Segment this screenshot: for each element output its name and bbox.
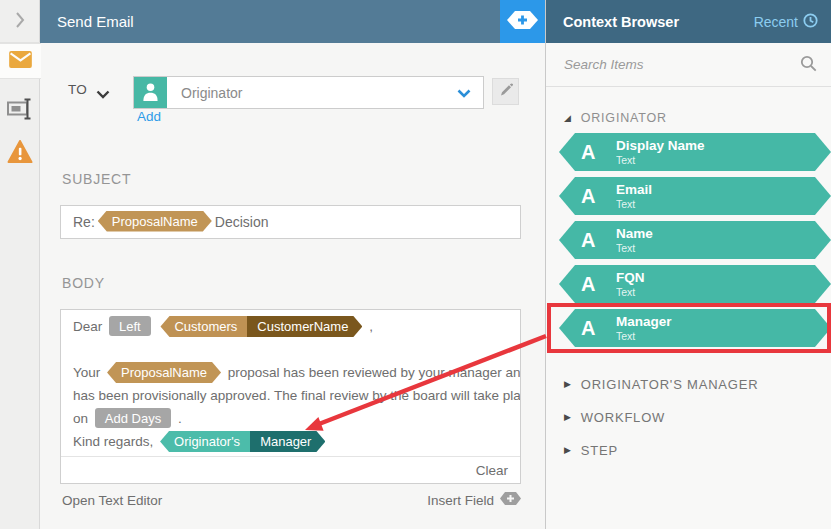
text-type-icon: A	[581, 273, 603, 296]
body-line-5: Kind regards, Originator'sManager	[73, 430, 508, 453]
collapsed-triangle-icon: ▶	[564, 446, 572, 455]
pencil-icon	[499, 83, 513, 100]
body-footer: Clear	[61, 456, 520, 483]
recipient-value: Originator	[167, 85, 457, 101]
tab-text-fields[interactable]	[0, 92, 40, 128]
body-line-2: Your ProposalName proposal has been revi…	[73, 361, 508, 384]
tree-item-fqn[interactable]: A FQNText	[559, 265, 831, 303]
recipient-avatar	[134, 77, 167, 108]
search-icon	[800, 55, 817, 75]
subject-suffix: Decision	[215, 214, 269, 230]
body-blank-line	[73, 338, 508, 361]
open-text-editor-link[interactable]: Open Text Editor	[62, 493, 162, 508]
customer-name-token[interactable]: CustomersCustomerName	[160, 316, 362, 337]
proposal-name-token[interactable]: ProposalName	[98, 211, 212, 232]
text-type-icon: A	[581, 185, 603, 208]
edit-recipient-button[interactable]	[492, 78, 519, 105]
tree-section-originator[interactable]: ◢ ORIGINATOR	[564, 111, 667, 125]
context-browser-toggle-button[interactable]	[500, 0, 545, 43]
left-function-token[interactable]: Left	[109, 316, 151, 336]
clock-icon	[803, 13, 818, 31]
tree-section-step[interactable]: ▶ STEP	[564, 443, 618, 458]
wizard-header: Send Email	[40, 0, 500, 43]
hexagon-plus-icon	[507, 11, 538, 32]
collapsed-triangle-icon: ▶	[564, 380, 572, 389]
add-days-function-token[interactable]: Add Days	[95, 408, 171, 428]
person-icon	[142, 82, 159, 104]
body-line-4: on Add Days .	[73, 407, 508, 430]
recipient-combobox[interactable]: Originator	[133, 76, 484, 109]
text-type-icon: A	[581, 141, 603, 164]
tree-item-display-name[interactable]: A Display NameText	[559, 133, 831, 171]
to-dropdown-chevron-icon[interactable]	[96, 86, 110, 102]
subject-field[interactable]: Re: ProposalName Decision	[60, 205, 521, 239]
body-content: Dear Left CustomersCustomerName , Your P…	[61, 310, 520, 453]
tree-item-manager[interactable]: A ManagerText	[559, 309, 831, 347]
expanded-triangle-icon: ◢	[564, 114, 572, 123]
originators-manager-token[interactable]: Originator'sManager	[160, 431, 325, 452]
proposal-name-token[interactable]: ProposalName	[107, 362, 221, 383]
text-type-icon: A	[581, 317, 603, 340]
body-line-3: has been provisionally approved. The fin…	[73, 384, 508, 407]
insert-field-link[interactable]: Insert Field	[427, 492, 521, 508]
tree-section-originators-manager[interactable]: ▶ ORIGINATOR'S MANAGER	[564, 377, 758, 392]
chevron-right-icon	[15, 12, 25, 31]
body-editor[interactable]: Dear Left CustomersCustomerName , Your P…	[60, 309, 521, 484]
tab-warnings[interactable]	[0, 135, 40, 171]
tab-email[interactable]	[0, 43, 41, 79]
send-email-form: TO Originator Add SUBJECT Re: ProposalNa…	[40, 43, 545, 529]
collapsed-triangle-icon: ▶	[564, 413, 572, 422]
add-recipient-link[interactable]: Add	[137, 109, 161, 124]
left-icon-rail	[0, 0, 40, 529]
text-type-icon: A	[581, 229, 603, 252]
to-label: TO	[68, 82, 87, 97]
text-field-icon	[7, 98, 33, 123]
tree-item-email[interactable]: A EmailText	[559, 177, 831, 215]
body-label: BODY	[62, 275, 105, 291]
tree-item-name[interactable]: A NameText	[559, 221, 831, 259]
envelope-icon	[9, 51, 32, 71]
subject-label: SUBJECT	[62, 171, 131, 187]
recent-button[interactable]: Recent	[754, 13, 818, 31]
context-browser-title: Context Browser	[563, 14, 679, 30]
editor-links-row: Open Text Editor Insert Field	[62, 492, 521, 508]
page-title: Send Email	[57, 13, 134, 30]
chevron-down-icon[interactable]	[457, 85, 483, 101]
send-email-wizard: Send Email TO Originator	[0, 0, 831, 529]
search-row	[546, 43, 831, 87]
hexagon-plus-gray-icon	[500, 492, 521, 508]
subject-prefix: Re:	[73, 214, 95, 230]
tree-section-workflow[interactable]: ▶ WORKFLOW	[564, 410, 665, 425]
search-input[interactable]	[564, 57, 800, 72]
warning-triangle-icon	[7, 140, 33, 166]
context-browser-panel: Context Browser Recent ◢ ORIGINATOR A Di…	[545, 0, 831, 529]
clear-button[interactable]: Clear	[476, 463, 508, 478]
body-line-1: Dear Left CustomersCustomerName ,	[73, 315, 508, 338]
collapse-panel-button[interactable]	[0, 0, 40, 43]
context-browser-header: Context Browser Recent	[546, 0, 831, 43]
